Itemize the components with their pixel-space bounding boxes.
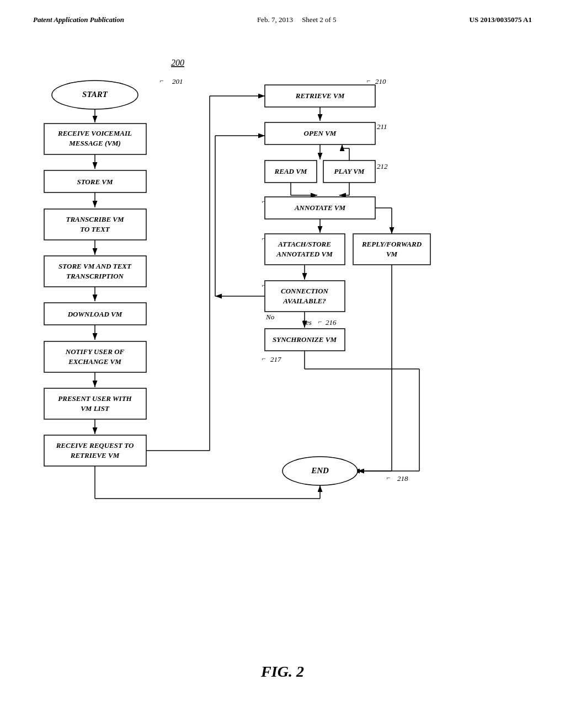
ref-211: 211 [377, 122, 387, 131]
label-read-vm: READ VM [274, 167, 307, 175]
label-present-2: VM LIST [81, 404, 110, 413]
label-yes: Yes [302, 318, 312, 326]
label-store-text-1: STORE VM AND TEXT [58, 262, 132, 270]
label-connection-2: AVAILABLE? [282, 297, 326, 305]
label-request-2: RETRIEVE VM [70, 451, 120, 459]
node-transcribe [44, 209, 146, 240]
label-notify-2: EXCHANGE VM [68, 357, 121, 366]
ref-212: 212 [377, 162, 388, 170]
label-transcribe-2: TO TEXT [80, 225, 110, 233]
label-download: DOWNLOAD VM [67, 310, 122, 318]
node-notify [44, 341, 146, 372]
label-receive-vm-2: MESSAGE (VM) [68, 139, 121, 147]
ref-216: 216 [326, 318, 337, 326]
label-play-vm: PLAY VM [334, 167, 365, 175]
header-publication: Patent Application Publication [33, 15, 124, 24]
label-no: No [265, 313, 275, 321]
diagram-number: 200 [171, 58, 184, 67]
label-annotate: ANNOTATE VM [294, 204, 346, 212]
label-receive-vm-1: RECEIVE VOICEMAIL [57, 129, 132, 137]
ref-217: 217 [270, 355, 281, 363]
label-reply-1: REPLY/FORWARD [361, 240, 422, 248]
label-transcribe-1: TRANSCRIBE VM [66, 215, 124, 223]
label-attach-1: ATTACH/STORE [278, 240, 331, 248]
ref-216-curve: ⌐ [318, 318, 322, 325]
node-attach-store [265, 234, 345, 265]
page-header: Patent Application Publication Feb. 7, 2… [0, 0, 565, 24]
node-present [44, 388, 146, 419]
ref-210-curve: ⌐ [366, 77, 371, 84]
label-start: START [82, 90, 108, 99]
ref-201: 201 [172, 77, 183, 85]
ref-218: 218 [397, 474, 408, 483]
node-reply-forward [353, 234, 430, 265]
ref-210: 210 [375, 77, 386, 85]
label-retrieve: RETRIEVE VM [295, 92, 345, 100]
flowchart-svg: 200 201 ⌐ START 202 ⌐ RECEIVE VOICEMAIL … [0, 30, 565, 703]
ref-201-curve: ⌐ [159, 77, 164, 84]
label-store-vm: STORE VM [77, 178, 113, 186]
label-store-text-2: TRANSCRIPTION [66, 272, 124, 280]
label-request-1: RECEIVE REQUEST TO [56, 441, 134, 449]
node-receive-request [44, 435, 146, 466]
label-end: END [311, 466, 329, 475]
label-open-vm: OPEN VM [304, 129, 337, 137]
fig-label: FIG. 2 [261, 663, 304, 681]
label-synchronize: SYNCHRONIZE VM [273, 335, 337, 344]
node-store-text [44, 256, 146, 287]
label-present-1: PRESENT USER WITH [58, 394, 132, 403]
label-connection-1: CONNECTION [281, 287, 329, 295]
label-attach-2: ANNOTATED VM [276, 250, 333, 258]
label-notify-1: NOTIFY USER OF [65, 347, 125, 356]
node-connection [265, 281, 345, 312]
header-patent-number: US 2013/0035075 A1 [470, 15, 532, 24]
header-center: Feb. 7, 2013 Sheet 2 of 5 [257, 15, 337, 24]
ref-217-curve: ⌐ [262, 355, 266, 362]
label-reply-2: VM [386, 250, 398, 258]
diagram-container: 200 201 ⌐ START 202 ⌐ RECEIVE VOICEMAIL … [0, 30, 565, 703]
ref-218-curve: ⌐ [386, 474, 391, 481]
